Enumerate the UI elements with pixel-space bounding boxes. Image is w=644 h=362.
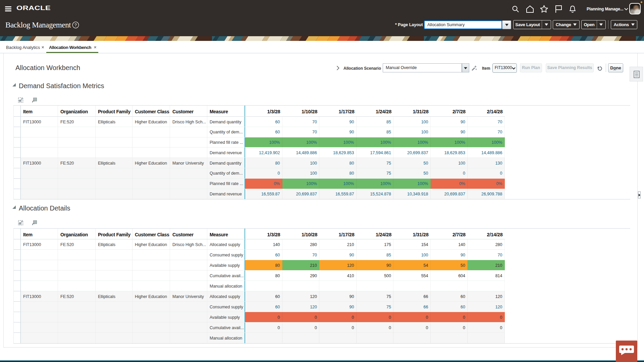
svg-text:?: ? bbox=[74, 23, 77, 27]
